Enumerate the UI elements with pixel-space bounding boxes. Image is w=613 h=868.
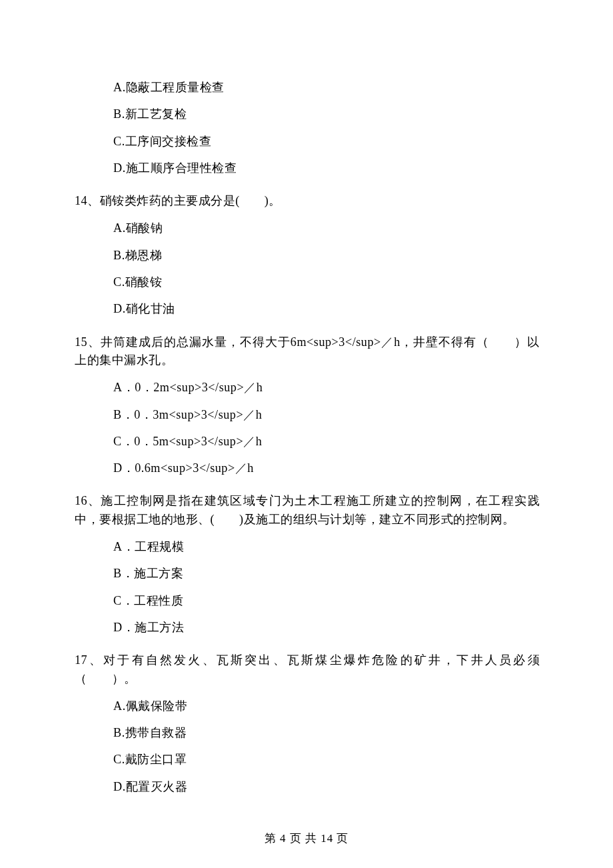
q14-option-a: A.硝酸钠: [75, 219, 540, 237]
q16-option-b: B．施工方案: [75, 565, 540, 583]
q17-stem: 17、对于有自然发火、瓦斯突出、瓦斯煤尘爆炸危险的矿井，下井人员必须（ ）。: [75, 651, 540, 688]
q15-option-d: D．0.6m<sup>3</sup>／h: [75, 459, 540, 477]
q13-option-d: D.施工顺序合理性检查: [75, 159, 540, 177]
q15-option-b: B．0．3m<sup>3</sup>／h: [75, 406, 540, 424]
q14-stem: 14、硝铵类炸药的主要成分是( )。: [75, 192, 540, 210]
q16-option-a: A．工程规模: [75, 538, 540, 556]
q16-option-c: C．工程性质: [75, 592, 540, 610]
q14-option-b: B.梯恩梯: [75, 247, 540, 265]
q17-option-d: D.配置灭火器: [75, 778, 540, 796]
q13-option-c: C.工序间交接检查: [75, 133, 540, 151]
q15-option-a: A．0．2m<sup>3</sup>／h: [75, 379, 540, 397]
q14-option-c: C.硝酸铵: [75, 273, 540, 291]
page-footer: 第 4 页 共 14 页: [0, 830, 613, 847]
q13-option-a: A.隐蔽工程质量检查: [75, 79, 540, 97]
q17-option-c: C.戴防尘口罩: [75, 751, 540, 769]
q17-option-a: A.佩戴保险带: [75, 697, 540, 715]
q16-stem: 16、施工控制网是指在建筑区域专门为土木工程施工所建立的控制网，在工程实践中，要…: [75, 492, 540, 529]
document-page: A.隐蔽工程质量检查 B.新工艺复检 C.工序间交接检查 D.施工顺序合理性检查…: [0, 0, 613, 868]
q13-option-b: B.新工艺复检: [75, 105, 540, 123]
q16-option-d: D．施工方法: [75, 619, 540, 637]
q14-option-d: D.硝化甘油: [75, 300, 540, 318]
q15-option-c: C．0．5m<sup>3</sup>／h: [75, 433, 540, 451]
q15-stem: 15、井筒建成后的总漏水量，不得大于6m<sup>3</sup>／h，井壁不得有…: [75, 333, 540, 370]
q17-option-b: B.携带自救器: [75, 724, 540, 742]
